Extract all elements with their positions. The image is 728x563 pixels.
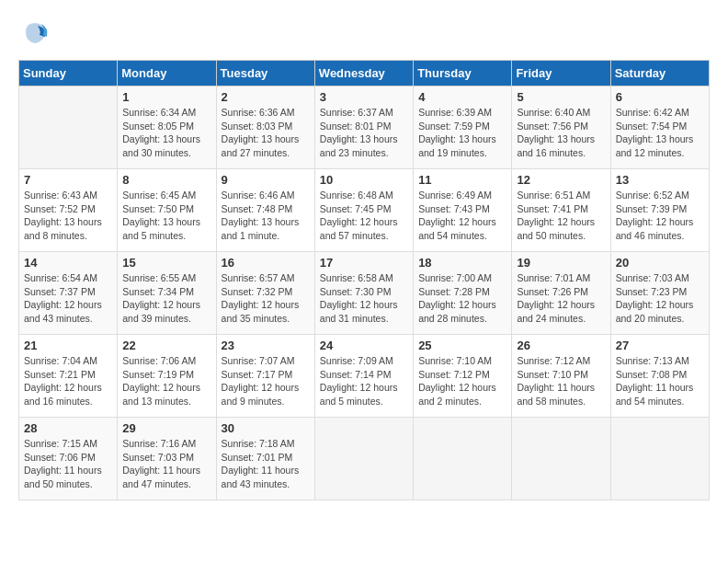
day-number: 21 [24, 339, 112, 352]
day-number: 28 [24, 421, 112, 435]
logo-icon [21, 18, 49, 46]
calendar-cell: 9Sunrise: 6:46 AM Sunset: 7:48 PM Daylig… [216, 169, 314, 252]
day-number: 27 [616, 339, 704, 352]
day-number: 23 [222, 339, 310, 352]
day-header-saturday: Saturday [610, 61, 709, 86]
calendar-cell: 26Sunrise: 7:12 AM Sunset: 7:10 PM Dayli… [512, 335, 610, 418]
cell-content: Sunrise: 7:13 AM Sunset: 7:08 PM Dayligh… [616, 354, 704, 408]
day-number: 4 [418, 90, 506, 104]
calendar-cell [610, 418, 709, 500]
cell-content: Sunrise: 7:10 AM Sunset: 7:12 PM Dayligh… [418, 354, 506, 408]
calendar-cell: 28Sunrise: 7:15 AM Sunset: 7:06 PM Dayli… [19, 418, 118, 500]
day-number: 30 [222, 421, 310, 435]
calendar-cell: 8Sunrise: 6:45 AM Sunset: 7:50 PM Daylig… [118, 169, 216, 252]
cell-content: Sunrise: 7:16 AM Sunset: 7:03 PM Dayligh… [122, 437, 210, 491]
day-header-wednesday: Wednesday [314, 61, 413, 86]
logo [18, 18, 49, 51]
calendar-cell: 14Sunrise: 6:54 AM Sunset: 7:37 PM Dayli… [19, 252, 118, 335]
day-number: 7 [24, 173, 112, 187]
day-number: 10 [320, 173, 408, 187]
calendar-cell: 4Sunrise: 6:39 AM Sunset: 7:59 PM Daylig… [414, 86, 512, 169]
calendar-cell [512, 418, 610, 500]
day-number: 13 [616, 173, 704, 187]
calendar-week-1: 1Sunrise: 6:34 AM Sunset: 8:05 PM Daylig… [19, 86, 710, 169]
cell-content: Sunrise: 6:40 AM Sunset: 7:56 PM Dayligh… [517, 106, 605, 160]
calendar-cell: 16Sunrise: 6:57 AM Sunset: 7:32 PM Dayli… [216, 252, 314, 335]
day-number: 29 [122, 421, 210, 435]
day-header-friday: Friday [512, 61, 610, 86]
day-number: 1 [122, 90, 210, 104]
calendar-cell: 22Sunrise: 7:06 AM Sunset: 7:19 PM Dayli… [118, 335, 216, 418]
page-header [18, 18, 710, 51]
cell-content: Sunrise: 6:45 AM Sunset: 7:50 PM Dayligh… [122, 189, 210, 243]
day-header-sunday: Sunday [19, 61, 118, 86]
cell-content: Sunrise: 6:55 AM Sunset: 7:34 PM Dayligh… [122, 271, 210, 326]
calendar-week-3: 14Sunrise: 6:54 AM Sunset: 7:37 PM Dayli… [19, 252, 710, 335]
calendar-cell: 1Sunrise: 6:34 AM Sunset: 8:05 PM Daylig… [118, 86, 216, 169]
cell-content: Sunrise: 6:49 AM Sunset: 7:43 PM Dayligh… [418, 189, 506, 243]
day-number: 2 [222, 90, 310, 104]
calendar-cell [19, 86, 118, 169]
calendar-cell: 10Sunrise: 6:48 AM Sunset: 7:45 PM Dayli… [314, 169, 413, 252]
cell-content: Sunrise: 7:06 AM Sunset: 7:19 PM Dayligh… [122, 354, 210, 408]
calendar-week-4: 21Sunrise: 7:04 AM Sunset: 7:21 PM Dayli… [19, 335, 710, 418]
calendar-cell: 27Sunrise: 7:13 AM Sunset: 7:08 PM Dayli… [610, 335, 709, 418]
cell-content: Sunrise: 6:34 AM Sunset: 8:05 PM Dayligh… [122, 106, 210, 160]
day-number: 9 [222, 173, 310, 187]
calendar-cell: 25Sunrise: 7:10 AM Sunset: 7:12 PM Dayli… [414, 335, 512, 418]
calendar-cell: 2Sunrise: 6:36 AM Sunset: 8:03 PM Daylig… [216, 86, 314, 169]
cell-content: Sunrise: 6:37 AM Sunset: 8:01 PM Dayligh… [320, 106, 408, 160]
calendar-cell: 7Sunrise: 6:43 AM Sunset: 7:52 PM Daylig… [19, 169, 118, 252]
calendar-cell: 15Sunrise: 6:55 AM Sunset: 7:34 PM Dayli… [118, 252, 216, 335]
day-number: 16 [222, 256, 310, 270]
day-number: 19 [517, 256, 605, 270]
calendar-cell: 5Sunrise: 6:40 AM Sunset: 7:56 PM Daylig… [512, 86, 610, 169]
calendar-cell: 6Sunrise: 6:42 AM Sunset: 7:54 PM Daylig… [610, 86, 709, 169]
calendar-cell: 29Sunrise: 7:16 AM Sunset: 7:03 PM Dayli… [118, 418, 216, 500]
day-number: 17 [320, 256, 408, 270]
calendar-cell [314, 418, 413, 500]
cell-content: Sunrise: 7:01 AM Sunset: 7:26 PM Dayligh… [517, 271, 605, 326]
calendar-week-2: 7Sunrise: 6:43 AM Sunset: 7:52 PM Daylig… [19, 169, 710, 252]
day-header-tuesday: Tuesday [216, 61, 314, 86]
day-number: 15 [122, 256, 210, 270]
calendar-cell: 11Sunrise: 6:49 AM Sunset: 7:43 PM Dayli… [414, 169, 512, 252]
calendar-cell [414, 418, 512, 500]
calendar-cell: 20Sunrise: 7:03 AM Sunset: 7:23 PM Dayli… [610, 252, 709, 335]
calendar-cell: 30Sunrise: 7:18 AM Sunset: 7:01 PM Dayli… [216, 418, 314, 500]
cell-content: Sunrise: 6:43 AM Sunset: 7:52 PM Dayligh… [24, 189, 112, 243]
cell-content: Sunrise: 6:54 AM Sunset: 7:37 PM Dayligh… [24, 271, 112, 326]
calendar-cell: 3Sunrise: 6:37 AM Sunset: 8:01 PM Daylig… [314, 86, 413, 169]
cell-content: Sunrise: 7:12 AM Sunset: 7:10 PM Dayligh… [517, 354, 605, 408]
cell-content: Sunrise: 6:58 AM Sunset: 7:30 PM Dayligh… [320, 271, 408, 326]
day-number: 18 [418, 256, 506, 270]
cell-content: Sunrise: 7:18 AM Sunset: 7:01 PM Dayligh… [222, 437, 310, 491]
day-number: 25 [418, 339, 506, 352]
calendar-table: SundayMondayTuesdayWednesdayThursdayFrid… [18, 60, 710, 500]
calendar-week-5: 28Sunrise: 7:15 AM Sunset: 7:06 PM Dayli… [19, 418, 710, 500]
calendar-cell: 24Sunrise: 7:09 AM Sunset: 7:14 PM Dayli… [314, 335, 413, 418]
cell-content: Sunrise: 7:03 AM Sunset: 7:23 PM Dayligh… [616, 271, 704, 326]
cell-content: Sunrise: 6:46 AM Sunset: 7:48 PM Dayligh… [222, 189, 310, 243]
day-header-thursday: Thursday [414, 61, 512, 86]
day-number: 11 [418, 173, 506, 187]
day-number: 5 [517, 90, 605, 104]
day-number: 26 [517, 339, 605, 352]
calendar-cell: 18Sunrise: 7:00 AM Sunset: 7:28 PM Dayli… [414, 252, 512, 335]
day-number: 6 [616, 90, 704, 104]
calendar-cell: 17Sunrise: 6:58 AM Sunset: 7:30 PM Dayli… [314, 252, 413, 335]
cell-content: Sunrise: 6:36 AM Sunset: 8:03 PM Dayligh… [222, 106, 310, 160]
day-number: 24 [320, 339, 408, 352]
day-header-monday: Monday [118, 61, 216, 86]
cell-content: Sunrise: 6:48 AM Sunset: 7:45 PM Dayligh… [320, 189, 408, 243]
day-number: 14 [24, 256, 112, 270]
cell-content: Sunrise: 7:09 AM Sunset: 7:14 PM Dayligh… [320, 354, 408, 408]
day-number: 22 [122, 339, 210, 352]
cell-content: Sunrise: 6:42 AM Sunset: 7:54 PM Dayligh… [616, 106, 704, 160]
cell-content: Sunrise: 7:15 AM Sunset: 7:06 PM Dayligh… [24, 437, 112, 491]
day-number: 20 [616, 256, 704, 270]
calendar-cell: 13Sunrise: 6:52 AM Sunset: 7:39 PM Dayli… [610, 169, 709, 252]
calendar-cell: 12Sunrise: 6:51 AM Sunset: 7:41 PM Dayli… [512, 169, 610, 252]
calendar-cell: 19Sunrise: 7:01 AM Sunset: 7:26 PM Dayli… [512, 252, 610, 335]
cell-content: Sunrise: 6:57 AM Sunset: 7:32 PM Dayligh… [222, 271, 310, 326]
